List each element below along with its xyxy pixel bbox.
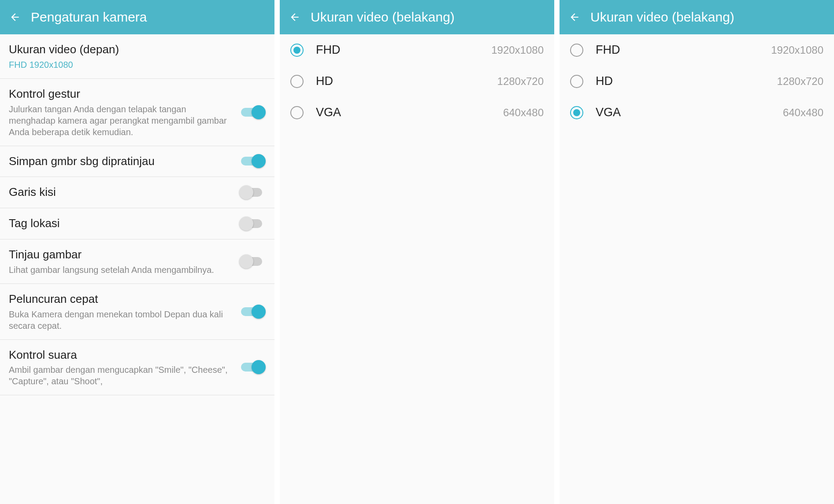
back-button[interactable]	[288, 10, 302, 24]
page-title: Ukuran video (belakang)	[311, 10, 455, 25]
setting-subtitle: Julurkan tangan Anda dengan telapak tang…	[9, 103, 234, 138]
screen-camera-settings: Pengaturan kamera Ukuran video (depan) F…	[0, 0, 274, 504]
toggle-quick-launch[interactable]	[241, 305, 266, 319]
setting-save-as-preview[interactable]: Simpan gmbr sbg dipratinjau	[0, 146, 274, 177]
back-button[interactable]	[8, 10, 22, 24]
page-title: Ukuran video (belakang)	[590, 10, 734, 25]
header-bar: Ukuran video (belakang)	[560, 0, 834, 34]
arrow-left-icon	[569, 11, 580, 23]
setting-title: Kontrol gestur	[9, 87, 234, 102]
back-button[interactable]	[567, 10, 582, 24]
page-title: Pengaturan kamera	[31, 10, 147, 25]
setting-title: Tag lokasi	[9, 216, 234, 231]
setting-video-size-front[interactable]: Ukuran video (depan) FHD 1920x1080	[0, 34, 274, 79]
radio-resolution: 1280x720	[777, 75, 823, 88]
header-bar: Ukuran video (belakang)	[280, 0, 554, 34]
radio-resolution: 1920x1080	[491, 44, 544, 56]
radio-icon	[290, 106, 304, 119]
radio-option-list: FHD 1920x1080 HD 1280x720 VGA 640x480	[280, 34, 554, 504]
toggle-save-as-preview[interactable]	[241, 154, 266, 168]
radio-label: VGA	[316, 106, 503, 119]
toggle-voice-control[interactable]	[241, 360, 266, 374]
setting-subtitle: Buka Kamera dengan menekan tombol Depan …	[9, 309, 234, 331]
toggle-gesture-control[interactable]	[241, 105, 266, 119]
radio-option-vga[interactable]: VGA 640x480	[280, 97, 554, 128]
setting-review-pictures[interactable]: Tinjau gambar Lihat gambar langsung sete…	[0, 239, 274, 284]
setting-title: Kontrol suara	[9, 348, 234, 363]
settings-list[interactable]: Ukuran video (depan) FHD 1920x1080 Kontr…	[0, 34, 274, 504]
setting-subtitle: FHD 1920x1080	[9, 59, 259, 70]
radio-icon	[290, 75, 304, 88]
setting-title: Tinjau gambar	[9, 247, 234, 262]
screen-video-size-rear-b: Ukuran video (belakang) FHD 1920x1080 HD…	[560, 0, 834, 504]
radio-icon	[570, 106, 583, 119]
radio-icon	[290, 44, 304, 57]
screen-video-size-rear-a: Ukuran video (belakang) FHD 1920x1080 HD…	[280, 0, 554, 504]
radio-option-vga[interactable]: VGA 640x480	[560, 97, 834, 128]
setting-quick-launch[interactable]: Peluncuran cepat Buka Kamera dengan mene…	[0, 284, 274, 340]
setting-gesture-control[interactable]: Kontrol gestur Julurkan tangan Anda deng…	[0, 79, 274, 146]
setting-title: Garis kisi	[9, 185, 234, 200]
setting-title: Simpan gmbr sbg dipratinjau	[9, 154, 234, 169]
setting-subtitle: Lihat gambar langsung setelah Anda menga…	[9, 264, 234, 276]
arrow-left-icon	[289, 11, 300, 23]
setting-subtitle: Ambil gambar dengan mengucapkan "Smile",…	[9, 364, 234, 387]
setting-voice-control[interactable]: Kontrol suara Ambil gambar dengan menguc…	[0, 340, 274, 396]
radio-resolution: 640x480	[783, 107, 823, 119]
radio-label: HD	[596, 74, 777, 88]
radio-option-fhd[interactable]: FHD 1920x1080	[280, 34, 554, 66]
radio-label: HD	[316, 74, 497, 88]
header-bar: Pengaturan kamera	[0, 0, 274, 34]
arrow-left-icon	[9, 11, 21, 23]
radio-resolution: 1920x1080	[771, 44, 823, 56]
radio-option-fhd[interactable]: FHD 1920x1080	[560, 34, 834, 66]
setting-title: Ukuran video (depan)	[9, 42, 259, 57]
radio-resolution: 640x480	[503, 107, 544, 119]
radio-icon	[570, 44, 583, 57]
setting-title: Peluncuran cepat	[9, 292, 234, 307]
toggle-review-pictures[interactable]	[241, 254, 266, 269]
radio-option-list: FHD 1920x1080 HD 1280x720 VGA 640x480	[560, 34, 834, 504]
setting-location-tags[interactable]: Tag lokasi	[0, 208, 274, 239]
toggle-location-tags[interactable]	[241, 217, 266, 231]
radio-label: VGA	[596, 106, 783, 119]
radio-label: FHD	[596, 43, 771, 57]
radio-resolution: 1280x720	[497, 75, 544, 88]
toggle-grid-lines[interactable]	[241, 185, 266, 199]
radio-label: FHD	[316, 43, 491, 57]
radio-option-hd[interactable]: HD 1280x720	[560, 66, 834, 97]
setting-grid-lines[interactable]: Garis kisi	[0, 177, 274, 208]
radio-icon	[570, 75, 583, 88]
radio-option-hd[interactable]: HD 1280x720	[280, 66, 554, 97]
